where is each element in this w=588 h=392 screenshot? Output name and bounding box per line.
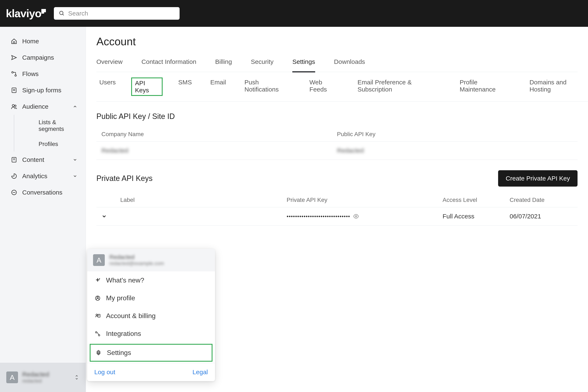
chevron-down-icon	[73, 158, 77, 162]
legal-link[interactable]: Legal	[193, 368, 208, 376]
svg-point-16	[97, 297, 99, 298]
sidebar-item-signup-forms[interactable]: Sign-up forms	[0, 82, 86, 98]
page-title: Account	[96, 35, 577, 48]
subtab-email[interactable]: Email	[207, 78, 229, 96]
analytics-icon	[11, 173, 17, 179]
profile-icon	[94, 295, 101, 302]
sidebar-item-label: Sign-up forms	[22, 87, 61, 94]
sidebar-item-flows[interactable]: Flows	[0, 66, 86, 82]
subtab-web-feeds[interactable]: Web Feeds	[307, 78, 342, 96]
table-header-row: Company Name Public API Key	[96, 127, 577, 142]
column-public-api-key: Public API Key	[337, 131, 572, 138]
svg-point-17	[96, 314, 98, 315]
public-api-table: Company Name Public API Key Redacted Red…	[96, 127, 577, 160]
subtab-push-notifications[interactable]: Push Notifications	[242, 78, 294, 96]
column-expand	[102, 197, 120, 203]
svg-point-2	[12, 72, 14, 73]
subtab-profile-maintenance[interactable]: Profile Maintenance	[457, 78, 514, 96]
sidebar-item-label: Audience	[22, 103, 49, 110]
sidebar-item-audience[interactable]: Audience	[0, 98, 86, 115]
private-api-section-header: Private API Keys Create Private API Key	[96, 170, 577, 186]
sidebar-sub-audience: Lists & segments Profiles	[14, 115, 86, 152]
subtab-sms[interactable]: SMS	[175, 78, 195, 96]
popover-user-name: Redacted	[109, 254, 164, 260]
brand-logo[interactable]: klaviyo	[6, 7, 46, 20]
masked-key: ••••••••••••••••••••••••••••••	[287, 213, 350, 220]
popover-item-my-profile[interactable]: My profile	[87, 289, 215, 307]
sidebar-item-campaigns[interactable]: Campaigns	[0, 50, 86, 66]
cell-private-api-key: ••••••••••••••••••••••••••••••	[287, 213, 443, 220]
tab-billing[interactable]: Billing	[215, 54, 232, 72]
sidebar-item-label: Campaigns	[22, 54, 54, 61]
sidebar-item-analytics[interactable]: Analytics	[0, 168, 86, 184]
row-expand-toggle[interactable]	[102, 214, 120, 219]
integrations-icon	[94, 330, 101, 337]
sidebar-item-home[interactable]: Home	[0, 33, 86, 50]
create-private-api-key-button[interactable]: Create Private API Key	[498, 170, 577, 186]
svg-point-14	[355, 216, 357, 217]
sidebar-item-lists-segments[interactable]: Lists & segments	[33, 115, 86, 136]
search-input[interactable]	[68, 10, 175, 17]
popover-item-label: What's new?	[106, 276, 144, 284]
popover-item-whats-new[interactable]: What's new?	[87, 272, 215, 289]
tab-security[interactable]: Security	[251, 54, 273, 72]
gear-icon	[95, 350, 102, 356]
popover-item-label: Account & billing	[106, 312, 156, 320]
cell-access-level: Full Access	[443, 213, 510, 220]
popover-item-label: Integrations	[106, 330, 141, 338]
popover-header: A Redacted redacted@example.com	[87, 249, 215, 272]
tab-contact-information[interactable]: Contact Information	[142, 54, 196, 72]
svg-point-8	[15, 105, 16, 107]
flows-icon	[11, 71, 17, 77]
search-box[interactable]	[54, 7, 180, 20]
sidebar-item-label: Analytics	[22, 172, 47, 180]
svg-point-20	[96, 332, 97, 333]
audience-icon	[11, 104, 17, 110]
chevron-up-icon	[73, 104, 77, 109]
home-icon	[11, 38, 17, 44]
sidebar-item-label: Content	[22, 156, 44, 163]
send-icon	[11, 54, 17, 61]
subtab-users[interactable]: Users	[96, 78, 119, 96]
tab-overview[interactable]: Overview	[96, 54, 123, 72]
popover-user-info: Redacted redacted@example.com	[109, 254, 164, 266]
sidebar-item-label: Flows	[22, 70, 39, 78]
brand-flag-icon	[41, 9, 46, 14]
column-company-name: Company Name	[102, 131, 337, 138]
popover-item-integrations[interactable]: Integrations	[87, 325, 215, 342]
tab-settings[interactable]: Settings	[292, 54, 315, 72]
chevron-down-icon	[73, 174, 77, 178]
account-popover: A Redacted redacted@example.com What's n…	[87, 249, 215, 381]
private-api-section-title: Private API Keys	[96, 174, 153, 183]
sidebar-footer[interactable]: A Redacted redacted	[0, 363, 86, 392]
conversations-icon	[11, 189, 17, 196]
brand-text: klaviyo	[6, 7, 41, 20]
popover-item-settings[interactable]: Settings	[90, 344, 213, 362]
sparkle-icon	[94, 277, 101, 284]
subtab-api-keys[interactable]: API Keys	[131, 78, 163, 96]
popover-item-account-billing[interactable]: Account & billing	[87, 307, 215, 325]
sidebar-footer-name: Redacted	[22, 371, 70, 378]
avatar: A	[6, 372, 18, 383]
column-label: Label	[120, 197, 287, 203]
svg-point-0	[60, 11, 63, 15]
subtab-domains-hosting[interactable]: Domains and Hosting	[527, 78, 588, 96]
tab-downloads[interactable]: Downloads	[334, 54, 365, 72]
content-icon	[11, 157, 17, 163]
subtab-email-preference[interactable]: Email Preference & Subscription	[355, 78, 444, 96]
sidebar-footer-text: Redacted redacted	[22, 371, 70, 384]
topbar: klaviyo	[0, 0, 588, 27]
sidebar-item-profiles[interactable]: Profiles	[33, 136, 86, 152]
sidebar-item-content[interactable]: Content	[0, 152, 86, 168]
table-row: •••••••••••••••••••••••••••••• Full Acce…	[96, 207, 577, 226]
logout-link[interactable]: Log out	[94, 368, 115, 376]
popover-footer: Log out Legal	[87, 363, 215, 381]
sidebar-item-conversations[interactable]: Conversations	[0, 184, 86, 200]
form-icon	[11, 87, 17, 94]
table-header-row: Label Private API Key Access Level Creat…	[96, 193, 577, 207]
search-icon	[59, 10, 65, 16]
column-created-date: Created Date	[510, 197, 572, 203]
public-api-section-title: Public API Key / Site ID	[96, 112, 577, 121]
popover-user-email: redacted@example.com	[109, 260, 164, 266]
reveal-key-icon[interactable]	[353, 214, 359, 219]
